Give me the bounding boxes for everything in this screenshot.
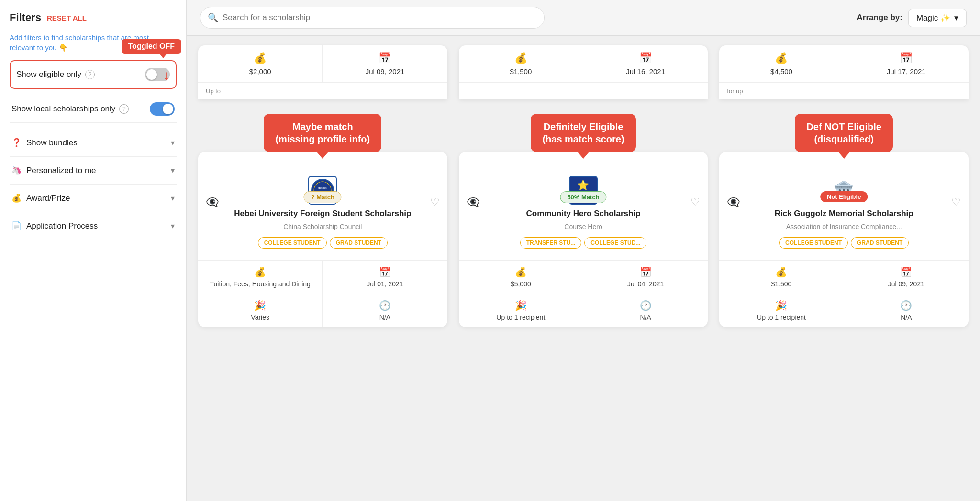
application-process-icon: 📄: [11, 221, 22, 231]
card-bottom-rows-guggolz: 💰 $1,500 📅 Jul 09, 2021 🎉 Up to: [719, 260, 969, 327]
scholarship-card-hebei: ? Match 👁‍🗨 ♡ HEBEI UNIVERSITY: [198, 152, 447, 327]
card-amount: $4,500: [770, 67, 792, 76]
hide-icon: 👁‍🗨: [467, 196, 479, 208]
reset-all-button[interactable]: RESET ALL: [47, 14, 87, 22]
card-bottom-text: Up to: [198, 83, 447, 99]
application-process-label: Application Process: [26, 221, 98, 231]
money-bag-icon: 💰: [775, 52, 788, 65]
show-local-text: Show local scholarships only: [11, 104, 115, 114]
card-time-value: N/A: [901, 314, 912, 321]
clock-icon: 🕐: [640, 300, 652, 311]
card-amount-deadline-row: 💰 Tuition, Fees, Housing and Dining 📅 Ju…: [198, 261, 447, 294]
card-tag-transfer: TRANSFER STU...: [520, 237, 582, 249]
show-eligible-help-icon[interactable]: ?: [85, 70, 95, 79]
card-amount-value: $1,500: [771, 280, 792, 288]
card-amount-deadline-row: 💰 $1,500 📅 Jul 09, 2021: [719, 261, 969, 294]
chevron-down-icon: ▾: [171, 166, 175, 175]
cards-scroll-area: 💰 $2,000 📅 Jul 09, 2021 Up to �: [187, 36, 980, 337]
card-tag-college: COLLEGE STUD...: [584, 237, 646, 249]
card-body-coursehero: 👁‍🗨 ♡ ⭐ CourseHero Community Hero Schola…: [459, 152, 708, 255]
search-bar: 🔍: [200, 7, 545, 29]
card-deadline-cell: 📅 Jul 04, 2021: [583, 261, 708, 294]
heart-icon: ♡: [430, 196, 440, 208]
callouts-row: Maybe match(missing profile info) Defini…: [198, 99, 969, 152]
show-local-help-icon[interactable]: ?: [119, 104, 129, 114]
card-amount-cell: 💰 $4,500: [719, 45, 844, 82]
calendar-icon: 📅: [379, 266, 391, 278]
card-hide-btn[interactable]: 👁‍🗨: [206, 196, 219, 208]
award-prize-left: 💰 Award/Prize: [11, 193, 70, 203]
chevron-down-icon: ▾: [171, 138, 175, 147]
show-bundles-section[interactable]: ❓ Show bundles ▾: [10, 129, 177, 157]
award-prize-section[interactable]: 💰 Award/Prize ▾: [10, 185, 177, 212]
card-body-guggolz: 👁‍🗨 ♡ 🏛️ Rick Guggolz Memorial Scholarsh…: [719, 152, 969, 255]
show-eligible-container: Toggled OFF Show eligible only ? ↓: [10, 60, 177, 89]
show-eligible-row: Show eligible only ?: [10, 60, 177, 89]
card-deadline-cell: 📅 Jul 01, 2021: [323, 261, 447, 294]
toggle-knob: [146, 69, 157, 80]
card-deadline-cell: 📅 Jul 16, 2021: [583, 45, 708, 82]
card-amount-value: $5,000: [511, 280, 531, 288]
show-bundles-left: ❓ Show bundles: [11, 138, 78, 148]
card-hide-btn[interactable]: 👁‍🗨: [727, 196, 740, 208]
sidebar-title: Filters: [10, 11, 41, 24]
card-org-guggolz: Association of Insurance Compliance...: [786, 223, 902, 230]
card-time-value: N/A: [640, 314, 651, 321]
search-input[interactable]: [200, 7, 545, 29]
card-deadline: Jul 16, 2021: [626, 67, 665, 76]
sidebar: Filters RESET ALL Add filters to find sc…: [0, 0, 187, 501]
show-local-toggle[interactable]: [150, 102, 175, 116]
card-deadline: Jul 09, 2021: [366, 67, 405, 76]
card-time-cell: 🕐 N/A: [323, 294, 447, 327]
card-deadline-value: Jul 01, 2021: [367, 280, 403, 288]
party-icon: 🎉: [775, 300, 787, 311]
card-deadline: Jul 17, 2021: [887, 67, 926, 76]
money-bag-icon: 💰: [514, 52, 527, 65]
personalized-section[interactable]: 🦄 Personalized to me ▾: [10, 157, 177, 185]
card-hide-btn[interactable]: 👁‍🗨: [467, 196, 479, 208]
hide-icon: 👁‍🗨: [727, 196, 740, 208]
top-partial-card-3: 💰 $4,500 📅 Jul 17, 2021 for up: [719, 45, 969, 99]
card-deadline-cell: 📅 Jul 17, 2021: [844, 45, 969, 82]
card-like-btn[interactable]: ♡: [951, 196, 961, 208]
arrow-down-icon: ↓: [163, 68, 170, 83]
arrange-value: Magic ✨: [916, 13, 950, 23]
match-badge-coursehero: 50% Match: [560, 191, 606, 203]
clock-icon: 🕐: [379, 300, 391, 311]
money-bag-icon: 💰: [515, 266, 527, 278]
card-body-hebei: 👁‍🗨 ♡ HEBEI UNIVERSITY: [198, 152, 447, 255]
top-partial-card-2: 💰 $1,500 📅 Jul 16, 2021: [459, 45, 708, 99]
application-process-section[interactable]: 📄 Application Process ▾: [10, 212, 177, 240]
card-amount-deadline-row: 💰 $5,000 📅 Jul 04, 2021: [459, 261, 708, 294]
card-org-hebei: China Scholarship Council: [283, 223, 362, 230]
sidebar-header: Filters RESET ALL: [10, 11, 177, 24]
arrange-select[interactable]: Magic ✨ ▾: [908, 9, 967, 27]
not-eligible-callout-wrap: Def NOT Eligible(disqualified): [719, 99, 969, 152]
search-icon: 🔍: [208, 12, 218, 23]
party-icon: 🎉: [515, 300, 527, 311]
svg-text:HEBEI: HEBEI: [318, 186, 328, 190]
card-like-btn[interactable]: ♡: [430, 196, 440, 208]
chevron-down-icon: ▾: [171, 221, 175, 230]
card-amount-cell: 💰 $1,500: [459, 45, 583, 82]
arrange-by: Arrange by: Magic ✨ ▾: [857, 9, 967, 27]
calendar-icon: 📅: [900, 266, 912, 278]
calendar-icon: 📅: [640, 266, 652, 278]
card-top-row: 💰 $1,500 📅 Jul 16, 2021: [459, 45, 708, 83]
card-like-btn[interactable]: ♡: [690, 196, 700, 208]
card-top-row: 💰 $2,000 📅 Jul 09, 2021: [198, 45, 447, 83]
card-amount-cell: 💰 $1,500: [719, 261, 844, 294]
card-deadline-value: Jul 04, 2021: [627, 280, 664, 288]
personalized-left: 🦄 Personalized to me: [11, 165, 96, 175]
card-recipients-cell: 🎉 Up to 1 recipient: [459, 294, 583, 327]
maybe-callout-wrap: Maybe match(missing profile info): [198, 99, 447, 152]
card-name-hebei: Hebei University Foreign Student Scholar…: [234, 208, 411, 219]
card-tag-college: COLLEGE STUDENT: [779, 237, 848, 249]
chevron-down-icon: ▾: [171, 194, 175, 203]
card-tag-grad: GRAD STUDENT: [851, 237, 909, 249]
card-recipients-value: Varies: [251, 314, 269, 321]
show-bundles-label: Show bundles: [26, 138, 78, 148]
card-time-value: N/A: [379, 314, 390, 321]
card-deadline-cell: 📅 Jul 09, 2021: [323, 45, 447, 82]
money-bag-icon: 💰: [254, 266, 266, 278]
